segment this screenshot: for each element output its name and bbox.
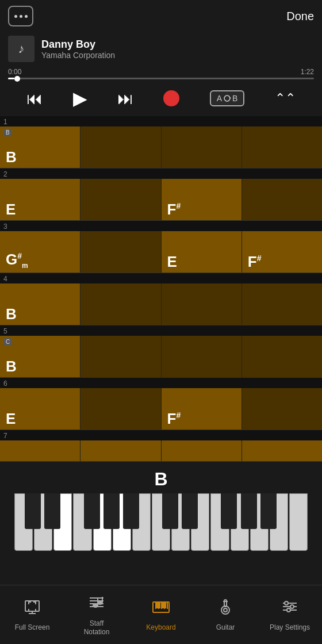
chord-cell-7-3[interactable] bbox=[162, 440, 242, 461]
row-number-6: 6 bbox=[0, 378, 322, 388]
progress-thumb bbox=[14, 76, 20, 82]
white-key-4[interactable] bbox=[73, 493, 91, 551]
chord-cell-7-4[interactable] bbox=[242, 440, 322, 461]
chord-cell-4-3[interactable] bbox=[162, 283, 242, 325]
chord-grid: 1B2EF#3G#mEF#4B5B6EF#7 bbox=[0, 116, 322, 462]
svg-point-10 bbox=[98, 601, 102, 604]
white-key-13[interactable] bbox=[250, 493, 269, 551]
chord-row-5: 5B bbox=[0, 325, 322, 378]
white-key-15[interactable] bbox=[289, 493, 308, 551]
rewind-button[interactable]: ⏮ bbox=[26, 89, 43, 108]
nav-label-playsettings: Play Settings bbox=[270, 623, 310, 631]
svg-rect-1 bbox=[25, 601, 39, 611]
white-key-6[interactable] bbox=[113, 493, 131, 551]
white-key-2[interactable] bbox=[34, 493, 52, 551]
progress-bar[interactable] bbox=[8, 78, 314, 79]
ab-b-label: B bbox=[232, 94, 237, 103]
chord-cell-1-1[interactable]: B bbox=[0, 126, 80, 168]
music-note-icon: ♪ bbox=[18, 41, 25, 56]
header: Done bbox=[0, 0, 322, 32]
done-button[interactable]: Done bbox=[286, 10, 314, 23]
chord-row-7: 7 bbox=[0, 430, 322, 462]
chord-name: G#m bbox=[6, 252, 28, 269]
nav-label-staff: StaffNotation bbox=[84, 619, 110, 636]
white-keys bbox=[14, 493, 308, 551]
svg-point-8 bbox=[93, 604, 98, 607]
chord-cell-3-3[interactable]: E bbox=[162, 231, 242, 273]
chord-cell-4-2[interactable] bbox=[80, 283, 161, 325]
piano-container bbox=[0, 493, 322, 557]
rewind-icon: ⏮ bbox=[26, 89, 43, 108]
row-number-5: 5 bbox=[0, 325, 322, 336]
bottom-nav: Full Screen StaffNotation bbox=[0, 585, 322, 644]
chord-cell-5-3[interactable] bbox=[162, 336, 242, 377]
nav-label-fullscreen: Full Screen bbox=[15, 623, 50, 631]
white-key-3[interactable] bbox=[53, 493, 72, 551]
chord-cell-6-2[interactable] bbox=[80, 388, 161, 430]
chord-cell-2-1[interactable]: E bbox=[0, 179, 80, 220]
collapse-icon: ⌃⌃ bbox=[275, 91, 296, 106]
play-button[interactable]: ▶ bbox=[73, 87, 87, 109]
piano-keyboard[interactable] bbox=[14, 493, 308, 551]
chord-cell-7-1[interactable] bbox=[0, 440, 80, 461]
chord-cell-1-4[interactable] bbox=[242, 126, 322, 168]
guitar-icon bbox=[216, 597, 235, 620]
svg-point-28 bbox=[285, 601, 288, 605]
chord-cell-3-1[interactable]: G#m bbox=[0, 231, 80, 273]
progress-section: 0:00 1:22 bbox=[0, 66, 322, 83]
chord-cell-5-1[interactable]: B bbox=[0, 336, 80, 377]
chord-cell-3-4[interactable]: F# bbox=[242, 231, 322, 273]
row-number-2: 2 bbox=[0, 168, 322, 179]
chord-cell-4-4[interactable] bbox=[242, 283, 322, 325]
nav-item-guitar[interactable]: Guitar bbox=[193, 585, 258, 644]
chord-name: E bbox=[6, 202, 16, 217]
record-button[interactable] bbox=[163, 90, 179, 106]
ab-repeat-button[interactable]: A B bbox=[210, 90, 245, 106]
nav-item-fullscreen[interactable]: Full Screen bbox=[0, 585, 64, 644]
white-key-11[interactable] bbox=[210, 493, 229, 551]
chord-cell-5-4[interactable] bbox=[242, 336, 322, 377]
chord-cell-2-2[interactable] bbox=[80, 179, 161, 220]
repeat-icon bbox=[223, 94, 231, 102]
chord-row-4: 4B bbox=[0, 273, 322, 325]
chord-cell-6-1[interactable]: E bbox=[0, 388, 80, 430]
white-key-8[interactable] bbox=[152, 493, 170, 551]
white-key-14[interactable] bbox=[270, 493, 288, 551]
chord-name: E bbox=[167, 254, 177, 269]
total-time: 1:22 bbox=[301, 68, 314, 76]
white-key-9[interactable] bbox=[171, 493, 190, 551]
nav-item-staff[interactable]: StaffNotation bbox=[64, 585, 129, 644]
chord-cell-2-4[interactable] bbox=[242, 179, 322, 220]
row-number-4: 4 bbox=[0, 273, 322, 283]
chord-cell-3-2[interactable] bbox=[80, 231, 161, 273]
white-key-1[interactable] bbox=[14, 493, 33, 551]
chord-name: F# bbox=[248, 254, 262, 269]
fullscreen-icon bbox=[23, 597, 41, 620]
chord-cell-1-2[interactable] bbox=[80, 126, 161, 168]
row-number-7: 7 bbox=[0, 430, 322, 440]
chord-cell-2-3[interactable]: F# bbox=[162, 179, 242, 220]
menu-button[interactable] bbox=[8, 6, 33, 26]
collapse-button[interactable]: ⌃⌃ bbox=[275, 91, 296, 106]
song-artist: Yamaha Corporation bbox=[41, 51, 115, 60]
white-key-12[interactable] bbox=[231, 493, 249, 551]
song-meta: Danny Boy Yamaha Corporation bbox=[41, 39, 115, 60]
chord-cell-6-3[interactable]: F# bbox=[162, 388, 242, 430]
chord-cell-7-2[interactable] bbox=[80, 440, 161, 461]
white-key-10[interactable] bbox=[191, 493, 209, 551]
svg-point-24 bbox=[224, 608, 227, 612]
white-key-7[interactable] bbox=[132, 493, 151, 551]
chord-cell-4-1[interactable]: B bbox=[0, 283, 80, 325]
white-key-5[interactable] bbox=[93, 493, 112, 551]
fast-forward-button[interactable]: ⏭ bbox=[117, 89, 133, 108]
chord-cell-1-3[interactable] bbox=[162, 126, 242, 168]
record-icon bbox=[163, 90, 179, 106]
nav-item-keyboard[interactable]: Keyboard bbox=[129, 585, 193, 644]
row-number-1: 1 bbox=[0, 116, 322, 126]
song-info: ♪ Danny Boy Yamaha Corporation bbox=[0, 32, 322, 66]
play-icon: ▶ bbox=[73, 87, 87, 109]
chord-cell-6-4[interactable] bbox=[242, 388, 322, 430]
chord-cell-5-2[interactable] bbox=[80, 336, 161, 377]
menu-dots-icon bbox=[14, 15, 28, 18]
nav-item-playsettings[interactable]: Play Settings bbox=[258, 585, 322, 644]
